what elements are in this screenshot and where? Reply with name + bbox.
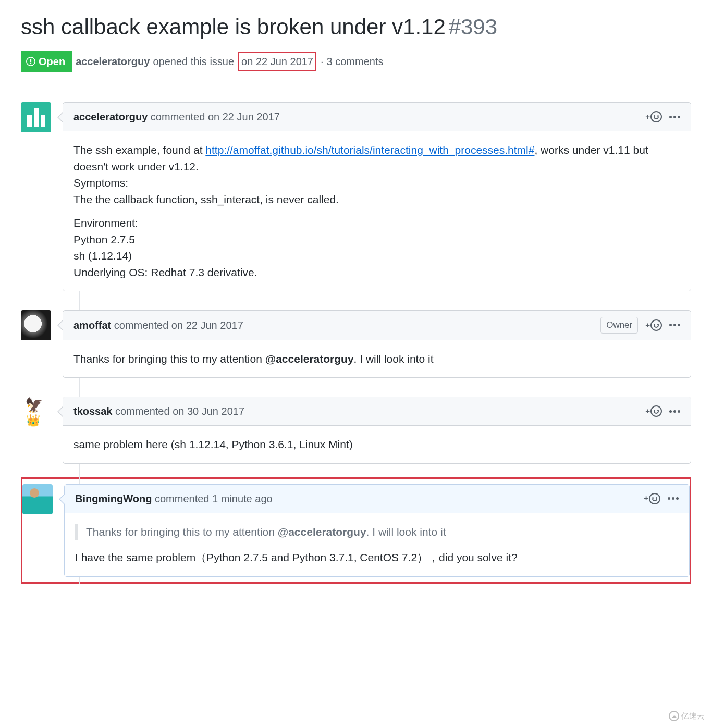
comment: acceleratorguy commented on 22 Jun 2017 … [21,102,691,291]
comment: BingmingWong commented 1 minute ago + Th… [22,484,690,577]
kebab-icon[interactable] [668,497,679,500]
text: Environment: [73,217,138,229]
comment-date[interactable]: on 22 Jun 2017 [208,111,280,122]
mention[interactable]: @acceleratorguy [265,353,354,365]
comment: amoffat commented on 22 Jun 2017 Owner +… [21,310,691,378]
issue-title: ssh callback example is broken under v1.… [21,15,446,39]
issue-number: #393 [449,15,497,39]
emoji-icon [650,405,662,417]
comment-count: 3 comments [327,54,384,69]
avatar[interactable] [21,310,51,340]
mention[interactable]: @acceleratorguy [278,526,366,538]
comment-bubble: amoffat commented on 22 Jun 2017 Owner +… [63,310,691,378]
comment-date[interactable]: 1 minute ago [212,493,273,504]
comment-action: commented [151,111,205,122]
issue-meta: Open acceleratorguy opened this issue on… [21,51,691,81]
state-badge: Open [21,51,72,72]
text: Symptoms: [73,177,128,189]
text: Underlying OS: Redhat 7.3 derivative. [73,266,257,278]
comment-header: acceleratorguy commented on 22 Jun 2017 … [63,103,691,131]
comment-header: BingmingWong commented 1 minute ago + [65,485,689,513]
text: I have the same problem（Python 2.7.5 and… [75,549,679,566]
comment-bubble: acceleratorguy commented on 22 Jun 2017 … [63,102,691,291]
text: sh (1.12.14) [73,250,132,262]
comment-author[interactable]: acceleratorguy [73,111,148,122]
comment-body: Thanks for bringing this to my attention… [65,513,689,576]
comment-body: The ssh example, found at http://amoffat… [63,131,691,291]
comment-author[interactable]: amoffat [73,319,111,331]
comment-header: tkossak commented on 30 Jun 2017 + [63,397,691,426]
avatar[interactable] [22,484,53,514]
text: The the callback function, ssh_interact,… [73,193,339,205]
kebab-icon[interactable] [669,116,680,118]
example-link[interactable]: http://amoffat.github.io/sh/tutorials/in… [205,144,534,156]
issue-title-row: ssh callback example is broken under v1.… [21,10,691,43]
highlight-box: BingmingWong commented 1 minute ago + Th… [21,477,691,584]
text: . I will look into it [366,526,446,538]
comment-author[interactable]: tkossak [73,405,113,417]
avatar[interactable] [21,397,51,427]
comment: tkossak commented on 30 Jun 2017 + same … [21,397,691,464]
comment-body: Thanks for bringing this to my attention… [63,340,691,378]
comment-header: amoffat commented on 22 Jun 2017 Owner + [63,311,691,340]
react-button[interactable]: + [645,111,662,123]
comment-bubble: tkossak commented on 30 Jun 2017 + same … [63,397,691,464]
comment-date[interactable]: on 30 Jun 2017 [173,405,244,417]
react-button[interactable]: + [645,405,662,417]
comment-date[interactable]: on 22 Jun 2017 [171,319,243,331]
text: Thanks for bringing this to my attention [86,526,278,538]
emoji-icon [650,319,662,331]
avatar[interactable] [21,102,51,132]
comment-bubble: BingmingWong commented 1 minute ago + Th… [64,484,690,577]
kebab-icon[interactable] [669,324,680,326]
comment-author[interactable]: BingmingWong [75,493,152,504]
issue-open-icon [26,57,35,66]
text: Python 2.7.5 [73,233,135,245]
comment-action: commented [114,319,169,331]
text: . I will look into it [354,353,434,365]
issue-opener[interactable]: acceleratorguy [76,54,150,69]
meta-dot: · [321,54,324,69]
emoji-icon [649,493,660,504]
text: same problem here (sh 1.12.14, Python 3.… [73,436,680,453]
text: Thanks for bringing this to my attention [73,353,265,365]
blockquote: Thanks for bringing this to my attention… [75,524,679,540]
comment-body: same problem here (sh 1.12.14, Python 3.… [63,426,691,463]
comment-action: commented [155,493,210,504]
text: The ssh example, found at [73,144,205,156]
state-label: Open [39,54,65,69]
owner-badge: Owner [600,317,638,334]
comment-action: commented [115,405,170,417]
react-button[interactable]: + [645,319,662,331]
emoji-icon [650,111,662,122]
react-button[interactable]: + [644,492,660,504]
timeline: acceleratorguy commented on 22 Jun 2017 … [21,102,691,584]
opened-date[interactable]: on 22 Jun 2017 [238,52,316,71]
opened-text: opened this issue [153,54,234,69]
kebab-icon[interactable] [669,410,680,413]
